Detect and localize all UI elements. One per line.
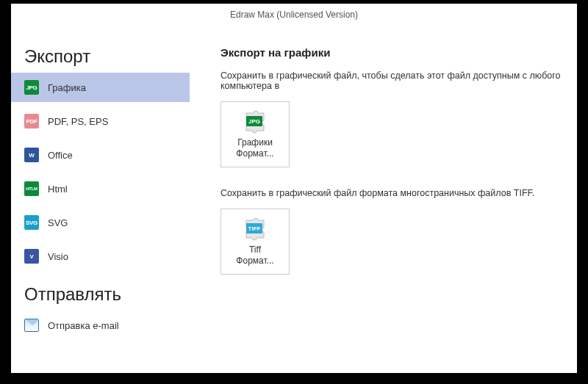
svg-icon: SVG [24, 215, 39, 230]
word-icon: W [24, 148, 39, 162]
email-icon [24, 318, 39, 333]
visio-icon: V [24, 249, 39, 264]
export-tile-jpg[interactable]: JPG Графики Формат... [220, 101, 290, 167]
export-tile-tiff[interactable]: TIFF Tiff Формат... [220, 209, 290, 275]
sidebar-item-visio[interactable]: V Visio [11, 242, 190, 271]
sidebar: Экспорт JPG Графика PDF PDF, PS, EPS W O… [11, 26, 190, 373]
sidebar-item-label: SVG [48, 217, 68, 228]
jpg-puzzle-icon: JPG [243, 109, 268, 134]
tile-label: Tiff Формат... [236, 244, 273, 267]
sidebar-item-graphics[interactable]: JPG Графика [11, 73, 190, 102]
sidebar-item-label: Графика [48, 82, 86, 93]
sidebar-item-html[interactable]: HTLM Html [11, 174, 190, 203]
content-desc-2: Сохранить в графический файл формата мно… [220, 188, 577, 198]
content-pane: Экспорт на графики Сохранить в графическ… [190, 26, 577, 373]
html-icon: HTLM [24, 181, 39, 196]
titlebar: Edraw Max (Unlicensed Version) [11, 4, 577, 26]
sidebar-item-send-email[interactable]: Отправка e-mail [11, 311, 190, 340]
jpg-icon: JPG [24, 80, 39, 95]
sidebar-item-pdf[interactable]: PDF PDF, PS, EPS [11, 106, 190, 136]
sidebar-item-label: PDF, PS, EPS [48, 116, 108, 127]
app-body: Экспорт JPG Графика PDF PDF, PS, EPS W O… [11, 26, 577, 373]
content-title: Экспорт на графики [220, 46, 577, 59]
sidebar-item-svg[interactable]: SVG SVG [11, 208, 190, 237]
send-section-title: Отправлять [11, 284, 190, 311]
sidebar-item-label: Html [48, 184, 68, 195]
pdf-icon: PDF [24, 114, 39, 128]
sidebar-item-label: Отправка e-mail [48, 320, 119, 331]
export-section-title: Экспорт [11, 46, 190, 73]
content-desc-1: Сохранить в графический файл, чтобы сдел… [220, 70, 577, 91]
sidebar-item-label: Visio [48, 251, 68, 262]
sidebar-item-label: Office [48, 150, 73, 161]
tile-label: Графики Формат... [236, 137, 273, 159]
app-window: Edraw Max (Unlicensed Version) Экспорт J… [11, 4, 577, 373]
tiff-puzzle-icon: TIFF [243, 217, 268, 242]
sidebar-item-office[interactable]: W Office [11, 140, 190, 170]
